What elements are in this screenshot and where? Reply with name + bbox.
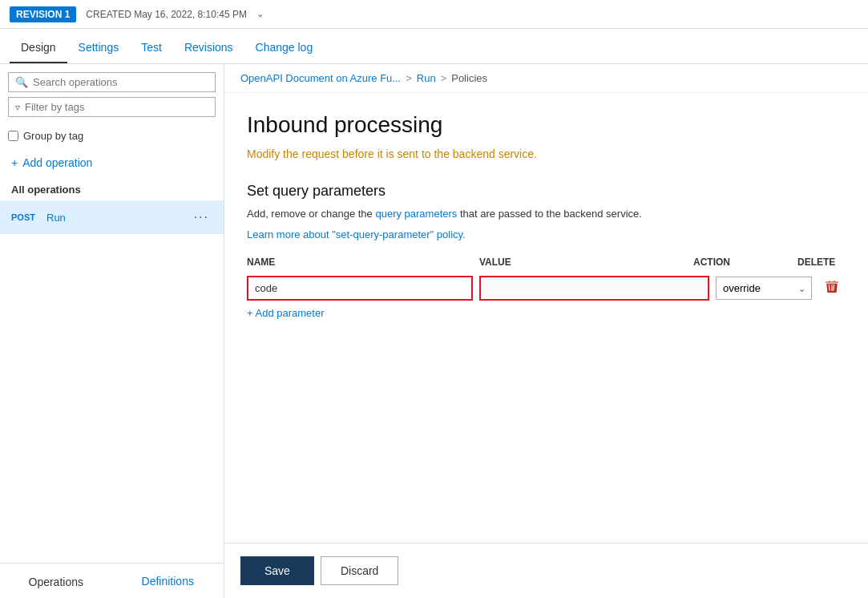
- group-by-tag-label: Group by tag: [23, 130, 83, 142]
- param-table: NAME VALUE ACTION DELETE override append…: [247, 253, 846, 319]
- sidebar: 🔍 ▿ Group by tag + Add operation All ope…: [0, 64, 224, 598]
- page-title: Inbound processing: [247, 112, 846, 138]
- section-title: Set query parameters: [247, 183, 846, 200]
- tab-revisions[interactable]: Revisions: [173, 33, 244, 63]
- discard-button[interactable]: Discard: [321, 556, 398, 585]
- bottom-tabs: Operations Definitions: [0, 563, 224, 598]
- add-param-button[interactable]: + Add parameter: [247, 307, 846, 319]
- all-operations-label: All operations: [0, 177, 224, 200]
- tab-test[interactable]: Test: [130, 33, 173, 63]
- content-scroll: Inbound processing Modify the request be…: [224, 93, 868, 543]
- learn-link[interactable]: Learn more about "set-query-parameter" p…: [247, 228, 466, 240]
- group-by-tag-checkbox[interactable]: [8, 131, 18, 141]
- bottom-tab-operations[interactable]: Operations: [0, 564, 112, 598]
- method-badge-post: POST: [11, 212, 38, 222]
- revision-badge: REVISION 1: [10, 6, 76, 22]
- trash-icon: [825, 279, 839, 293]
- filter-wrap: ▿: [8, 97, 216, 117]
- save-button[interactable]: Save: [240, 556, 314, 585]
- nav-tabs: Design Settings Test Revisions Change lo…: [0, 29, 868, 64]
- breadcrumb: OpenAPI Document on Azure Fu... > Run > …: [224, 64, 868, 93]
- content-area: OpenAPI Document on Azure Fu... > Run > …: [224, 64, 868, 598]
- sidebar-search-area: 🔍 ▿: [0, 64, 224, 123]
- search-icon: 🔍: [15, 76, 28, 88]
- delete-row-button[interactable]: [818, 276, 846, 301]
- bottom-tab-definitions[interactable]: Definitions: [112, 564, 224, 598]
- search-input[interactable]: [33, 76, 208, 88]
- operation-ellipsis-button[interactable]: ···: [191, 208, 212, 226]
- col-header-value: VALUE: [479, 253, 693, 271]
- param-header-row: NAME VALUE ACTION DELETE: [247, 253, 846, 271]
- main-layout: 🔍 ▿ Group by tag + Add operation All ope…: [0, 64, 868, 598]
- bottom-tab-operations-label: Operations: [29, 576, 83, 588]
- search-input-wrap: 🔍: [8, 72, 216, 92]
- col-header-name: NAME: [247, 253, 479, 271]
- filter-icon: ▿: [15, 102, 20, 113]
- operation-name-run: Run: [46, 212, 191, 224]
- table-row: override append delete skip ⌄: [247, 276, 846, 301]
- col-header-action: ACTION: [693, 253, 797, 271]
- breadcrumb-part3: Policies: [451, 72, 487, 84]
- add-operation-label: Add operation: [22, 156, 92, 169]
- add-param-label: + Add parameter: [247, 307, 324, 319]
- created-text: CREATED May 16, 2022, 8:10:45 PM: [86, 9, 247, 20]
- add-operation-button[interactable]: + Add operation: [0, 148, 224, 177]
- param-name-input[interactable]: [247, 276, 473, 301]
- filter-input[interactable]: [25, 101, 208, 113]
- footer-buttons: Save Discard: [224, 543, 868, 598]
- operation-item-run[interactable]: POST Run ···: [0, 200, 224, 234]
- tab-changelog[interactable]: Change log: [244, 33, 325, 63]
- breadcrumb-part1[interactable]: OpenAPI Document on Azure Fu...: [240, 72, 401, 84]
- section-desc: Add, remove or change the query paramete…: [247, 208, 846, 220]
- revision-dropdown-icon[interactable]: ⌄: [256, 9, 264, 19]
- group-by-tag-row: Group by tag: [0, 123, 224, 148]
- breadcrumb-sep2: >: [441, 72, 447, 84]
- bottom-tab-definitions-label: Definitions: [142, 575, 194, 588]
- breadcrumb-sep1: >: [406, 72, 412, 84]
- tab-settings[interactable]: Settings: [67, 33, 131, 63]
- tab-design[interactable]: Design: [10, 33, 67, 63]
- action-select[interactable]: override append delete skip: [716, 277, 812, 300]
- top-bar: REVISION 1 CREATED May 16, 2022, 8:10:45…: [0, 0, 868, 29]
- action-select-wrap: override append delete skip ⌄: [716, 277, 812, 300]
- param-value-input[interactable]: [479, 276, 709, 301]
- add-icon: +: [11, 156, 18, 169]
- subtitle: Modify the request before it is sent to …: [247, 147, 846, 160]
- breadcrumb-part2[interactable]: Run: [417, 72, 436, 84]
- col-header-delete: DELETE: [797, 253, 846, 271]
